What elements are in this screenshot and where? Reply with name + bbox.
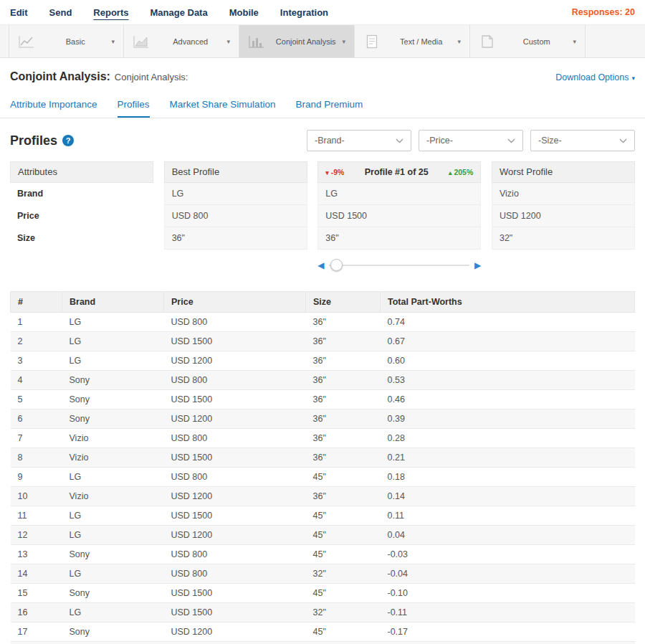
table-cell: 17 bbox=[11, 622, 62, 642]
custom-report-icon bbox=[479, 34, 503, 49]
nav-item-mobile[interactable]: Mobile bbox=[229, 7, 259, 18]
table-cell: 36" bbox=[306, 351, 381, 371]
nav-item-send[interactable]: Send bbox=[49, 7, 72, 18]
current-profile-value: USD 1500 bbox=[317, 205, 481, 227]
main-menu: EditSendReportsManage DataMobileIntegrat… bbox=[10, 7, 328, 18]
nav-item-edit[interactable]: Edit bbox=[10, 7, 28, 18]
table-cell: LG bbox=[62, 351, 164, 371]
top-nav: EditSendReportsManage DataMobileIntegrat… bbox=[0, 0, 645, 24]
column-header: Total Part-Worths bbox=[381, 292, 635, 313]
table-cell: 14 bbox=[11, 564, 62, 584]
bar-chart-icon bbox=[248, 34, 272, 49]
better-percent-value: 205% bbox=[454, 168, 473, 176]
line-chart-icon bbox=[18, 34, 42, 49]
table-cell: Vizio bbox=[62, 487, 164, 506]
report-tab-market-share-simulation[interactable]: Market Share Simulation bbox=[170, 99, 276, 118]
slider-track[interactable] bbox=[329, 265, 469, 266]
table-cell: USD 800 bbox=[164, 564, 306, 584]
table-cell: LG bbox=[62, 564, 164, 584]
table-row: 15SonyUSD 150045"-0.10 bbox=[11, 584, 635, 603]
document-icon bbox=[363, 34, 388, 49]
table-cell: 0.39 bbox=[381, 409, 635, 429]
table-cell: LG bbox=[62, 506, 164, 526]
best-profile-value: LG bbox=[164, 183, 307, 205]
table-cell: 4 bbox=[11, 371, 62, 390]
toolbar-tab-label: Text / Media bbox=[388, 37, 454, 46]
toolbar-tab-label: Conjoint Analysis bbox=[272, 37, 339, 46]
attribute-label: Size bbox=[10, 227, 153, 250]
table-cell: USD 1500 bbox=[164, 448, 306, 468]
chevron-down-icon bbox=[619, 138, 627, 143]
toolbar-tab-text-media[interactable]: Text / Media▾ bbox=[355, 25, 470, 57]
profile-slider[interactable]: ◀ ▶ bbox=[317, 258, 481, 273]
table-cell: 32" bbox=[306, 642, 381, 644]
worst-profile-value: 32" bbox=[492, 227, 635, 250]
brand-filter-select[interactable]: -Brand- bbox=[307, 130, 411, 151]
table-cell: 0.14 bbox=[381, 487, 635, 506]
worst-profile-value: USD 1200 bbox=[492, 205, 635, 227]
table-cell: USD 800 bbox=[164, 313, 306, 332]
slider-left-arrow-icon[interactable]: ◀ bbox=[317, 260, 324, 271]
triangle-up-icon: ▴ bbox=[449, 169, 452, 176]
slider-right-arrow-icon[interactable]: ▶ bbox=[474, 260, 481, 271]
report-tab-brand-premium[interactable]: Brand Premium bbox=[295, 99, 363, 118]
table-cell: USD 1200 bbox=[164, 642, 306, 644]
table-cell: 2 bbox=[11, 332, 62, 351]
table-cell: Sony bbox=[62, 409, 164, 429]
table-cell: 45" bbox=[306, 468, 381, 487]
column-header: Brand bbox=[62, 292, 164, 313]
current-profile-value: LG bbox=[317, 183, 481, 205]
table-cell: 8 bbox=[11, 448, 62, 468]
toolbar-tab-basic[interactable]: Basic▾ bbox=[9, 25, 124, 57]
worst-profile-card: Worst Profile VizioUSD 120032" bbox=[492, 161, 635, 273]
nav-item-manage-data[interactable]: Manage Data bbox=[150, 7, 207, 18]
report-type-toolbar: Basic▾Advanced▾Conjoint Analysis▾Text / … bbox=[0, 24, 645, 58]
report-tab-attribute-importance[interactable]: Attribute Importance bbox=[10, 99, 97, 118]
current-profile-rows: LGUSD 150036" bbox=[317, 183, 481, 250]
table-cell: -0.03 bbox=[381, 545, 635, 564]
table-cell: USD 1500 bbox=[164, 603, 306, 622]
table-cell: USD 800 bbox=[164, 468, 306, 487]
table-cell: 9 bbox=[11, 468, 62, 487]
toolbar-tab-conjoint-analysis[interactable]: Conjoint Analysis▾ bbox=[239, 25, 355, 57]
table-cell: 3 bbox=[11, 351, 62, 371]
toolbar-tab-advanced[interactable]: Advanced▾ bbox=[124, 25, 239, 57]
size-filter-select[interactable]: -Size- bbox=[530, 130, 635, 151]
table-row: 3LGUSD 120036"0.60 bbox=[11, 351, 635, 371]
slider-handle[interactable] bbox=[330, 259, 343, 271]
report-tab-profiles[interactable]: Profiles bbox=[118, 99, 150, 118]
table-cell: LG bbox=[62, 313, 164, 332]
table-cell: -0.11 bbox=[381, 603, 635, 622]
table-cell: 36" bbox=[306, 313, 381, 332]
select-value: -Price- bbox=[426, 136, 453, 146]
page-header: Conjoint Analysis:Conjoint Analysis: Dow… bbox=[0, 58, 645, 86]
attributes-card-header: Attributes bbox=[10, 161, 153, 183]
attribute-label: Price bbox=[10, 205, 153, 227]
table-row: 10VizioUSD 120036"0.14 bbox=[11, 487, 635, 506]
table-cell: 11 bbox=[11, 506, 62, 526]
table-row: 9LGUSD 80045"0.18 bbox=[11, 468, 635, 487]
table-row: 13SonyUSD 80045"-0.03 bbox=[11, 545, 635, 564]
table-cell: Sony bbox=[62, 371, 164, 390]
chevron-down-icon: ▾ bbox=[454, 38, 469, 45]
toolbar-tab-label: Custom bbox=[503, 37, 570, 46]
table-cell: 12 bbox=[11, 526, 62, 545]
best-profile-value: USD 800 bbox=[164, 205, 307, 227]
table-cell: 36" bbox=[306, 371, 381, 390]
table-cell: 0.11 bbox=[381, 506, 635, 526]
table-cell: 0.28 bbox=[381, 429, 635, 448]
download-options-link[interactable]: Download Options▾ bbox=[555, 72, 635, 82]
select-value: -Size- bbox=[538, 136, 562, 146]
table-row: 8VizioUSD 150036"0.21 bbox=[11, 448, 635, 468]
nav-item-integration[interactable]: Integration bbox=[280, 7, 328, 18]
nav-item-reports[interactable]: Reports bbox=[93, 7, 128, 18]
question-mark-icon[interactable]: ? bbox=[62, 135, 74, 146]
table-cell: 36" bbox=[306, 390, 381, 409]
best-profile-card: Best Profile LGUSD 80036" bbox=[164, 161, 307, 273]
current-profile-value: 36" bbox=[317, 227, 481, 250]
table-cell: 5 bbox=[11, 390, 62, 409]
table-cell: USD 1200 bbox=[164, 409, 306, 429]
toolbar-tab-label: Basic bbox=[42, 37, 108, 46]
toolbar-tab-custom[interactable]: Custom▾ bbox=[470, 25, 586, 57]
price-filter-select[interactable]: -Price- bbox=[419, 130, 523, 151]
